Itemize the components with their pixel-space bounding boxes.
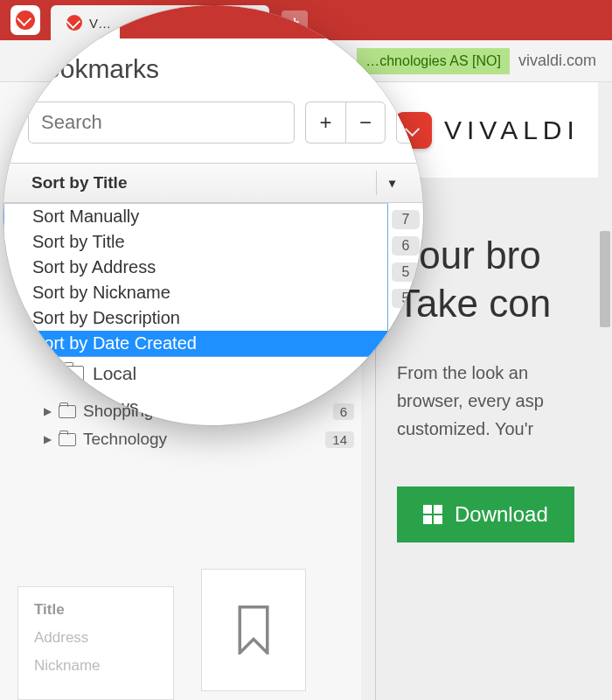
folder-icon [59,405,76,418]
sort-option[interactable]: Sort by Date Created [4,331,387,356]
detail-nickname-label: Nickname [34,657,157,675]
folder-count: 6 [333,403,354,420]
windows-icon [423,505,442,524]
url-text[interactable]: vivaldi.com [518,52,596,70]
bookmark-thumbnail [201,569,306,691]
magnifier-lens: V… Bookmarks + − Sort by Title ▾ Sort Ma… [3,5,423,425]
row-count: 6 [392,236,420,256]
sort-option[interactable]: Sort by Description [4,305,387,331]
security-badge[interactable]: …chnologies AS [NO] [357,48,510,74]
body-line: browser, every asp [397,387,612,415]
detail-address-label: Address [34,629,157,647]
brand-name: VIVALDI [444,116,580,145]
sort-label: Sort by Title [31,173,127,192]
sort-option[interactable]: Sort by Title [4,229,387,255]
sort-option[interactable]: Sort by Address [4,255,387,280]
headline-1: Your bro [397,231,612,279]
bookmark-detail: Title Address Nickname [17,586,174,700]
add-remove-group: + − [305,102,386,144]
app-logo [10,5,40,35]
panel-title: Bookmarks [28,54,399,84]
sort-dropdown[interactable]: Sort ManuallySort by TitleSort by Addres… [3,203,388,357]
bookmark-icon [234,606,273,654]
search-input[interactable] [28,102,295,144]
scrollbar-thumb[interactable] [600,231,610,327]
sort-option[interactable]: Sort Manually [4,204,387,229]
folder-row[interactable]: ▶ Technology 14 [44,425,354,453]
folder-count: 14 [325,431,354,448]
detail-title-label: Title [34,601,157,619]
add-bookmark-button[interactable]: + [305,102,345,144]
remove-bookmark-button[interactable]: − [345,102,386,144]
folder-label: Technology [83,430,167,449]
page-scrollbar[interactable] [598,82,612,700]
row-count: 7 [392,210,420,229]
folder-icon [59,433,76,446]
headline-2: Take con [397,279,612,327]
download-button[interactable]: Download [397,486,574,542]
download-label: Download [455,502,548,527]
folder-label: Local [93,363,136,384]
tab-title: V… [89,16,111,31]
chevron-down-icon: ▾ [376,171,407,195]
body-line: customized. You'r [397,415,612,443]
sort-dropdown-toggle[interactable]: Sort by Title ▾ [3,163,423,203]
expand-icon[interactable]: ▶ [44,405,52,417]
body-line: From the look an [397,359,612,387]
sort-option[interactable]: Sort by Nickname [4,280,387,305]
expand-icon[interactable]: ▶ [44,433,52,445]
